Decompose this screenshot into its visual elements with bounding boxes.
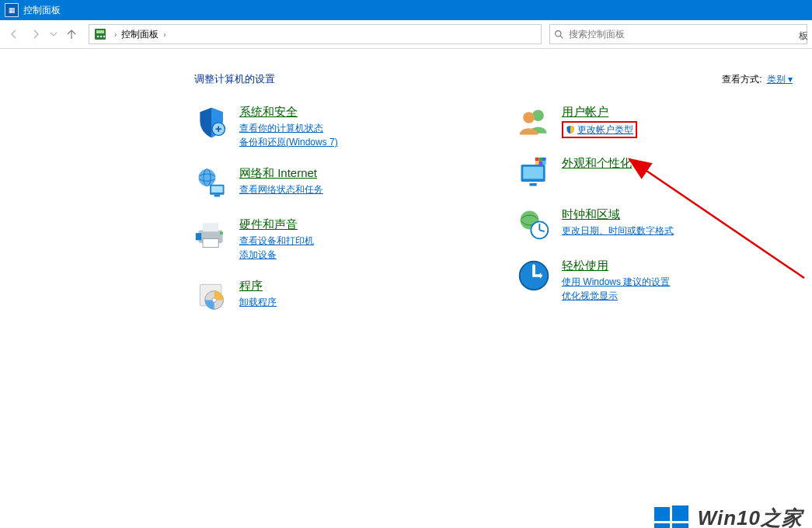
window-title: 控制面板: [23, 4, 61, 17]
svg-rect-19: [196, 233, 201, 240]
svg-point-4: [103, 36, 106, 38]
change-account-type-link[interactable]: 更改帐户类型: [577, 123, 633, 137]
svg-rect-33: [542, 161, 546, 165]
category-sublink[interactable]: 查看你的计算机状态: [239, 121, 338, 135]
svg-point-3: [100, 36, 103, 38]
window-titlebar: ▦ 控制面板: [0, 0, 812, 20]
category-sublink[interactable]: 优化视觉显示: [562, 289, 670, 303]
svg-rect-30: [542, 158, 546, 162]
category-title-link[interactable]: 程序: [239, 279, 277, 294]
category-sublink[interactable]: 更改日期、时间或数字格式: [562, 224, 674, 238]
category-sublink[interactable]: 备份和还原(Windows 7): [239, 135, 338, 149]
ease-of-access-icon: [517, 259, 551, 293]
watermark-title: Win10之家: [698, 505, 803, 529]
forward-button[interactable]: [26, 25, 45, 43]
svg-point-24: [523, 112, 535, 123]
view-mode-label: 查看方式:: [722, 73, 761, 86]
address-bar[interactable]: › 控制面板 ›: [89, 24, 542, 44]
highlighted-link: 更改帐户类型: [562, 121, 637, 138]
category-sublink[interactable]: 卸载程序: [239, 295, 277, 309]
category-title-link[interactable]: 网络和 Internet: [239, 166, 323, 181]
chevron-right-icon[interactable]: ›: [111, 30, 120, 39]
printer-icon: [194, 217, 228, 252]
svg-point-10: [199, 169, 216, 186]
up-button[interactable]: [62, 25, 81, 43]
svg-rect-41: [654, 507, 670, 521]
clock-globe-icon: [517, 207, 551, 241]
category-appearance: 外观和个性化: [517, 156, 793, 190]
svg-rect-14: [214, 195, 220, 197]
globe-network-icon: [194, 166, 228, 200]
search-box[interactable]: [549, 24, 807, 44]
back-button[interactable]: [5, 25, 23, 43]
svg-point-2: [97, 36, 99, 38]
cutoff-text: 板: [799, 30, 808, 43]
svg-rect-43: [654, 523, 670, 528]
svg-point-5: [555, 30, 560, 36]
category-system-security: 系统和安全 查看你的计算机状态 备份和还原(Windows 7): [194, 105, 470, 149]
uac-shield-icon: [566, 125, 575, 134]
view-mode-dropdown[interactable]: 类别 ▾: [767, 73, 793, 86]
svg-rect-17: [203, 239, 218, 248]
svg-rect-26: [523, 167, 543, 179]
control-panel-title-icon: ▦: [5, 3, 19, 17]
svg-line-6: [560, 36, 563, 38]
category-title-link[interactable]: 轻松使用: [562, 259, 670, 273]
search-input[interactable]: [567, 28, 807, 40]
svg-rect-9: [218, 127, 219, 132]
category-sublink[interactable]: 使用 Windows 建议的设置: [562, 275, 670, 289]
navigation-bar: › 控制面板 ›: [0, 20, 812, 49]
svg-rect-44: [672, 523, 688, 528]
chevron-right-icon[interactable]: ›: [160, 30, 169, 39]
content-area: 调整计算机的设置 查看方式: 类别 ▾ 系统和安全: [0, 49, 812, 528]
svg-rect-1: [96, 30, 104, 33]
svg-rect-16: [203, 223, 218, 231]
category-network: 网络和 Internet 查看网络状态和任务: [194, 166, 470, 200]
recent-dropdown[interactable]: [48, 25, 59, 43]
monitor-colors-icon: [517, 156, 551, 190]
category-hardware: 硬件和声音 查看设备和打印机 添加设备: [194, 217, 470, 262]
view-mode: 查看方式: 类别 ▾: [722, 73, 793, 86]
windows-logo-icon: [653, 504, 690, 528]
category-title-link[interactable]: 硬件和声音: [239, 217, 314, 232]
category-title-link[interactable]: 时钟和区域: [562, 207, 674, 222]
breadcrumb-root[interactable]: 控制面板: [120, 28, 160, 41]
svg-point-22: [212, 298, 217, 303]
watermark: Win10之家 www.win10xitong.com: [653, 504, 803, 528]
shield-icon: [194, 105, 228, 139]
svg-rect-13: [211, 186, 223, 193]
disc-box-icon: [194, 279, 228, 313]
svg-rect-42: [672, 505, 688, 521]
category-sublink[interactable]: 添加设备: [239, 248, 314, 262]
category-title-link[interactable]: 用户帐户: [562, 105, 637, 120]
category-column-left: 系统和安全 查看你的计算机状态 备份和还原(Windows 7): [194, 105, 470, 330]
category-column-right: 用户帐户 更改帐户类型: [517, 105, 793, 330]
user-accounts-icon: [517, 105, 551, 139]
svg-point-18: [220, 231, 223, 234]
category-title-link[interactable]: 系统和安全: [239, 105, 338, 120]
svg-rect-28: [535, 158, 539, 162]
search-icon: [550, 30, 567, 40]
svg-rect-29: [538, 158, 542, 162]
svg-rect-32: [538, 161, 542, 165]
category-programs: 程序 卸载程序: [194, 279, 470, 313]
control-panel-icon: [92, 26, 108, 42]
svg-rect-31: [535, 161, 539, 165]
category-user-accounts: 用户帐户 更改帐户类型: [517, 105, 793, 139]
category-ease-of-access: 轻松使用 使用 Windows 建议的设置 优化视觉显示: [517, 259, 793, 303]
category-sublink[interactable]: 查看网络状态和任务: [239, 182, 323, 196]
category-title-link[interactable]: 外观和个性化: [562, 156, 632, 171]
page-title: 调整计算机的设置: [194, 72, 275, 86]
category-sublink[interactable]: 查看设备和打印机: [239, 234, 314, 248]
svg-rect-27: [530, 183, 537, 186]
category-clock-region: 时钟和区域 更改日期、时间或数字格式: [517, 207, 793, 241]
